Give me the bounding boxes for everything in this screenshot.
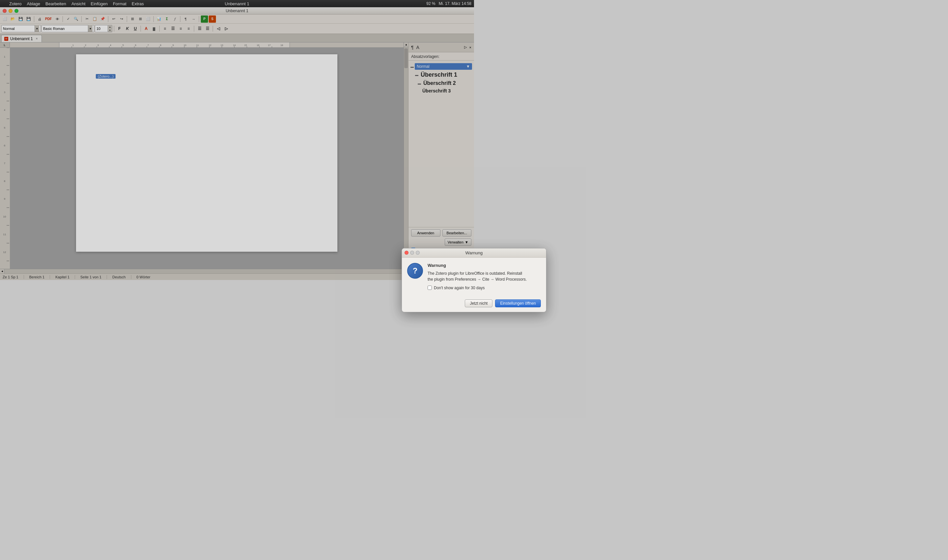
dialog-message-line2: the plugin from Preferences → Cite → Wor… — [428, 277, 474, 280]
dialog-heading: Warnung — [428, 263, 474, 268]
dialog-body: ? Warnung The Zotero plugin for LibreOff… — [402, 258, 474, 280]
dialog-traffic-lights — [405, 251, 420, 255]
dialog-titlebar: Warnung — [402, 248, 474, 258]
warning-dialog: Warnung ? Warnung The Zotero plugin for … — [402, 248, 474, 280]
dialog-message-line1: The Zotero plugin for LibreOffice is out… — [428, 271, 474, 276]
dialog-max-button — [416, 251, 420, 255]
dialog-min-button — [410, 251, 414, 255]
dialog-title: Warnung — [466, 251, 474, 255]
dialog-close-button[interactable] — [405, 251, 408, 255]
dialog-overlay: Warnung ? Warnung The Zotero plugin for … — [0, 0, 474, 280]
dialog-content: Warnung The Zotero plugin for LibreOffic… — [428, 263, 474, 280]
dialog-message: The Zotero plugin for LibreOffice is out… — [428, 271, 474, 280]
dialog-question-icon: ? — [407, 263, 423, 279]
